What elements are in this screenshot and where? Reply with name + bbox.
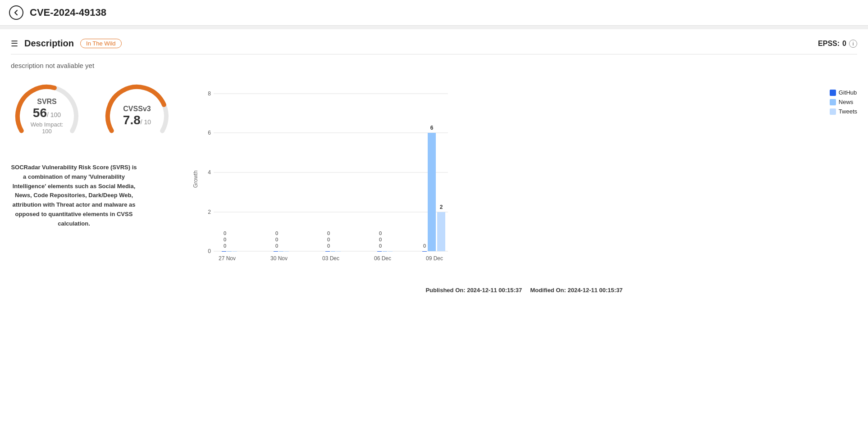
svg-text:0: 0: [327, 231, 330, 236]
github-label: GitHub: [839, 89, 857, 96]
svg-text:2: 2: [440, 204, 443, 210]
cvss-score: 7.8/ 10: [123, 113, 151, 127]
cvss-center-label: CVSSv3 7.8/ 10: [123, 105, 151, 127]
svg-rect-20: [274, 251, 278, 252]
svg-text:0: 0: [224, 243, 226, 249]
svg-rect-39: [428, 133, 436, 251]
back-button[interactable]: [9, 5, 23, 20]
cvss-max: / 10: [141, 118, 151, 126]
svg-rect-28: [336, 251, 341, 252]
svg-rect-27: [331, 251, 335, 252]
bar-chart-svg: Growth 8 6 4: [191, 80, 461, 278]
epss-info-icon[interactable]: i: [849, 40, 857, 48]
chart-legend: GitHub News Tweets: [830, 89, 857, 115]
svg-rect-34: [388, 251, 393, 252]
svg-rect-15: [227, 251, 232, 252]
header: CVE-2024-49138: [0, 0, 868, 26]
svg-text:6: 6: [208, 130, 211, 136]
svg-rect-16: [233, 251, 237, 252]
cvss-gauge-svg: CVSSv3 7.8/ 10: [101, 80, 173, 152]
svrs-max: / 100: [47, 111, 61, 118]
epss-text: EPSS:: [818, 40, 840, 48]
y-axis-label: Growth: [192, 171, 199, 188]
github-color: [830, 90, 836, 96]
tweets-color: [830, 108, 836, 115]
svg-text:09 Dec: 09 Dec: [426, 255, 443, 262]
svg-text:06 Dec: 06 Dec: [374, 255, 391, 262]
separator-bar: [0, 26, 868, 29]
published-label: Published On:: [425, 287, 465, 294]
published-value: 2024-12-11 00:15:37: [467, 287, 522, 294]
svg-text:0: 0: [275, 231, 278, 236]
gauges-column: SVRS 56/ 100 Web Impact: 100: [11, 80, 173, 229]
svg-text:0: 0: [275, 237, 278, 242]
svg-text:4: 4: [208, 169, 211, 176]
legend-tweets: Tweets: [830, 108, 857, 115]
tweets-label: Tweets: [839, 108, 857, 115]
svg-rect-26: [325, 251, 330, 252]
svg-text:0: 0: [379, 243, 382, 249]
modified-value: 2024-12-11 00:15:37: [567, 287, 622, 294]
bar-chart-wrap: Growth 8 6 4: [191, 80, 857, 280]
svrs-name: SVRS: [29, 98, 65, 106]
footer-dates: Published On: 2024-12-11 00:15:37 Modifi…: [191, 287, 857, 294]
cvss-gauge: CVSSv3 7.8/ 10: [101, 80, 173, 152]
svg-text:8: 8: [208, 90, 211, 97]
svg-rect-38: [422, 251, 427, 252]
svrs-gauge: SVRS 56/ 100 Web Impact: 100: [11, 80, 83, 152]
section-title-group: ☰ Description In The Wild: [11, 38, 122, 49]
cvss-name: CVSSv3: [123, 105, 151, 113]
svg-text:6: 6: [430, 125, 434, 131]
svg-text:30 Nov: 30 Nov: [270, 255, 288, 262]
svg-text:0: 0: [327, 237, 330, 242]
modified-label: Modified On:: [530, 287, 566, 294]
svg-text:0: 0: [379, 237, 382, 242]
news-color: [830, 99, 836, 105]
svrs-web-impact: Web Impact: 100: [29, 121, 65, 135]
svg-rect-41: [437, 212, 445, 251]
legend-news: News: [830, 99, 857, 105]
svg-text:27 Nov: 27 Nov: [219, 255, 236, 262]
epss-label: EPSS: 0 i: [818, 40, 857, 48]
svg-rect-33: [383, 251, 387, 252]
page-title: CVE-2024-49138: [30, 7, 106, 18]
svg-text:0: 0: [224, 231, 226, 236]
svg-text:0: 0: [327, 243, 330, 249]
section-title: Description: [24, 38, 74, 49]
svg-rect-14: [222, 251, 226, 252]
svg-text:0: 0: [275, 243, 278, 249]
description-icon: ☰: [11, 39, 18, 49]
section-header: ☰ Description In The Wild EPSS: 0 i: [11, 38, 857, 54]
svg-text:2: 2: [208, 209, 211, 215]
svg-text:0: 0: [208, 248, 211, 254]
svrs-gauge-svg: SVRS 56/ 100 Web Impact: 100: [11, 80, 83, 152]
news-label: News: [839, 99, 854, 105]
gauges-row: SVRS 56/ 100 Web Impact: 100: [11, 80, 173, 152]
chart-canvas: Growth 8 6 4: [191, 80, 821, 280]
svrs-description: SOCRadar Vulnerability Risk Score (SVRS)…: [11, 163, 137, 229]
charts-row: SVRS 56/ 100 Web Impact: 100: [11, 80, 857, 294]
svg-text:0: 0: [224, 237, 226, 242]
in-the-wild-badge: In The Wild: [80, 39, 122, 48]
svrs-score: 56/ 100: [29, 106, 65, 120]
svg-rect-32: [377, 251, 382, 252]
legend-github: GitHub: [830, 89, 857, 96]
svg-text:03 Dec: 03 Dec: [322, 255, 339, 262]
svg-text:0: 0: [379, 231, 382, 236]
description-text: description not avaliable yet: [11, 62, 857, 69]
epss-value: 0: [842, 40, 846, 48]
main-content: ☰ Description In The Wild EPSS: 0 i desc…: [0, 29, 868, 303]
svrs-center-label: SVRS 56/ 100 Web Impact: 100: [29, 98, 65, 135]
svg-rect-22: [284, 251, 289, 252]
svg-rect-21: [279, 251, 283, 252]
svg-text:0: 0: [423, 243, 426, 249]
bar-chart-area: Growth 8 6 4: [191, 80, 857, 294]
